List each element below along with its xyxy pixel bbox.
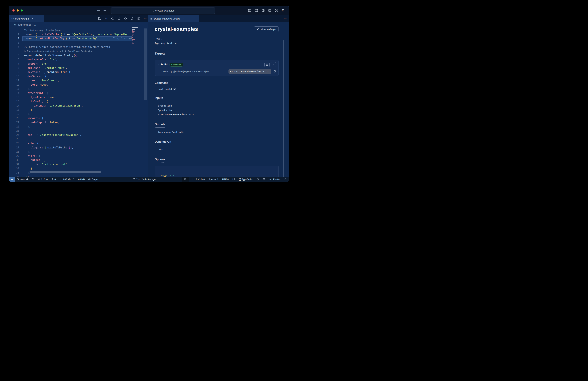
code-line: 1import { nxViteTsPaths } from '@nx/vite… [9, 32, 132, 37]
view-target-in-graph-button[interactable] [264, 62, 270, 67]
git-compare-item[interactable] [32, 178, 35, 180]
code-line: 13 }, [9, 87, 132, 91]
git-branch-icon [17, 178, 20, 180]
publish-cloud-icon [26, 178, 29, 180]
minimap-line [132, 38, 132, 39]
maximize-window-button[interactable] [21, 9, 23, 12]
double-check-icon: ✓✓ [269, 178, 271, 180]
ports-item[interactable]: 0 [51, 178, 56, 180]
zoom-item[interactable] [182, 177, 189, 182]
project-details-icon [150, 18, 152, 20]
editor-horizontal-scrollbar[interactable] [30, 171, 101, 173]
copy-command-icon[interactable] [273, 70, 276, 73]
split-editor-icon[interactable] [137, 17, 140, 20]
run-target-icon[interactable]: ▷ [24, 49, 26, 53]
close-tab-icon[interactable]: × [182, 17, 184, 20]
language-mode-item[interactable]: { }TypeScript [239, 178, 252, 180]
target-name: build [161, 63, 168, 66]
minimap[interactable] [132, 27, 144, 177]
close-window-button[interactable] [12, 9, 15, 12]
current-change-icon[interactable] [117, 17, 121, 20]
external-link-icon[interactable] [173, 88, 176, 90]
project-root: Root: . [155, 37, 279, 40]
next-change-icon[interactable] [124, 17, 127, 20]
code-line: 16 tsConfig: { [9, 99, 132, 104]
file-size-item[interactable]: 9.88 KB | 1.03 MB [59, 178, 85, 180]
code-line: 15 typeCheck: true, [9, 95, 132, 99]
minimize-window-button[interactable] [17, 9, 19, 12]
toggle-panel-icon[interactable] [254, 9, 258, 12]
toggle-secondary-sidebar-icon[interactable] [261, 9, 265, 12]
status-bar: >< main ⊗1 ⚠0 0 9.88 KB | [9, 177, 289, 182]
code-editor[interactable]: TS nuxt.config.ts › ... 1import { nxVite… [9, 22, 148, 177]
account-icon[interactable] [274, 9, 278, 12]
minimap-line [132, 29, 137, 29]
code-line: 22 }, [9, 125, 132, 129]
git-blame-annotation: You, 3 minutes ago | 1 author (You) [9, 28, 132, 32]
eol-item[interactable]: LF [232, 178, 235, 180]
code-line: 28 }, [9, 150, 132, 154]
customize-layout-icon[interactable] [268, 9, 272, 12]
project-type: Type: Application [155, 42, 279, 45]
code-line: 2import { defineNuxtConfig } from 'nuxt/… [9, 37, 132, 41]
timeline-icon[interactable] [130, 17, 134, 20]
collapse-chevron-icon[interactable]: ⌃ [157, 64, 159, 66]
panel-more-actions-icon[interactable]: ⋯ [284, 15, 287, 22]
codelens-row: ▷ Run crystal-examples targets via nx | … [9, 49, 132, 53]
code-line: 29 nitro: { [9, 154, 132, 158]
problems-item[interactable]: ⊗1 ⚠0 [38, 178, 48, 181]
code-line: 26 vite: { [9, 141, 132, 145]
view-in-graph-button[interactable]: View In Graph [254, 26, 279, 32]
run-target-button[interactable] [271, 62, 276, 67]
panel-scrollbar[interactable] [283, 40, 284, 177]
editor-vertical-scrollbar[interactable] [144, 28, 147, 100]
settings-gear-icon[interactable]: ⚙ [281, 9, 285, 12]
navigate-forward-button[interactable]: → [104, 9, 106, 12]
eye-icon [256, 28, 259, 31]
open-changes-icon[interactable] [98, 17, 101, 20]
git-branch-item[interactable]: main [17, 178, 29, 180]
project-details-view-icon[interactable] [64, 50, 66, 52]
gitlens-blame-item[interactable]: You, 2 minutes ago [133, 178, 155, 180]
code-line: 5export default defineNuxtConfig({ [9, 53, 132, 57]
inputs-list: production ^production externalDependenc… [155, 104, 279, 117]
tab-label: nuxt.config.ts [15, 17, 29, 20]
navigate-back-button[interactable]: ← [97, 9, 100, 12]
discard-changes-icon[interactable]: ↻ [104, 17, 107, 20]
previous-change-icon[interactable] [111, 17, 114, 20]
remote-indicator[interactable]: >< [9, 177, 15, 182]
gitlens-icon[interactable] [256, 178, 259, 180]
notifications-bell-icon[interactable] [284, 178, 287, 180]
minimap-line [132, 43, 133, 43]
typescript-file-icon: TS [11, 18, 14, 20]
breadcrumb[interactable]: TS nuxt.config.ts › ... [14, 22, 36, 27]
vscode-window: ← → crystal-examples ⚙ TS nuxt.config.ts… [9, 6, 289, 182]
codelens-open-link[interactable]: Open Project Details View [67, 49, 92, 53]
cursor-position-item[interactable]: Ln 2, Col 48 [192, 178, 205, 180]
prettier-item[interactable]: ✓✓Prettier [269, 178, 280, 180]
command-center-search[interactable]: crystal-examples [111, 7, 215, 14]
window-controls [12, 9, 23, 12]
minimap-line [132, 41, 135, 42]
code-line: 7 srcDir: 'src', [9, 62, 132, 66]
folder-icon [73, 178, 75, 180]
tab-project-details[interactable]: crystal-examples Details × [148, 15, 199, 22]
tab-label: crystal-examples Details [154, 17, 180, 20]
minimap-line [132, 33, 133, 33]
close-tab-icon[interactable]: × [32, 17, 33, 20]
code-line: 27 plugins: [nxViteTsPaths()], [9, 146, 132, 150]
minimap-line [132, 34, 132, 34]
minimap-line [132, 28, 136, 28]
git-graph-item[interactable]: Git Graph [88, 178, 98, 180]
copilot-icon[interactable] [263, 178, 265, 180]
indentation-item[interactable]: Spaces: 2 [209, 178, 218, 180]
toggle-primary-sidebar-icon[interactable] [248, 9, 252, 12]
codelens-run-link[interactable]: Run crystal-examples targets via nx [27, 49, 61, 53]
minimap-line [132, 30, 134, 30]
tab-nuxt-config[interactable]: TS nuxt.config.ts × [9, 15, 44, 22]
input-item: externalDependencies: nuxt [158, 112, 279, 117]
search-icon [151, 9, 154, 12]
more-actions-icon[interactable]: ⋯ [144, 17, 147, 20]
encoding-item[interactable]: UTF-8 [222, 178, 229, 180]
code-line: 17 extends: './tsconfig.app.json', [9, 104, 132, 108]
